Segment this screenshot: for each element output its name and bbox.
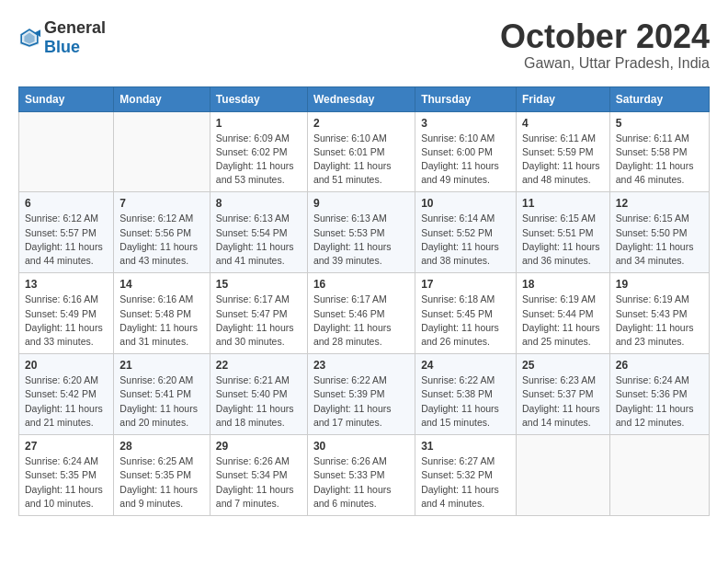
day-info: Sunrise: 6:26 AMSunset: 5:34 PMDaylight:… — [216, 454, 301, 511]
day-info: Sunrise: 6:23 AMSunset: 5:37 PMDaylight:… — [522, 373, 604, 430]
day-number: 25 — [522, 359, 604, 372]
day-info: Sunrise: 6:15 AMSunset: 5:51 PMDaylight:… — [522, 212, 604, 268]
day-info: Sunrise: 6:17 AMSunset: 5:46 PMDaylight:… — [313, 293, 409, 349]
calendar-cell: 16Sunrise: 6:17 AMSunset: 5:46 PMDayligh… — [307, 273, 415, 354]
calendar-cell: 2Sunrise: 6:10 AMSunset: 6:01 PMDaylight… — [307, 111, 415, 192]
calendar-header-row: Sunday Monday Tuesday Wednesday Thursday… — [19, 86, 710, 111]
calendar-subtitle: Gawan, Uttar Pradesh, India — [500, 55, 710, 72]
col-monday: Monday — [114, 86, 210, 111]
calendar-title: October 2024 — [500, 18, 710, 55]
logo-blue: Blue — [44, 38, 80, 56]
day-info: Sunrise: 6:13 AMSunset: 5:54 PMDaylight:… — [216, 212, 301, 268]
calendar-week-row: 1Sunrise: 6:09 AMSunset: 6:02 PMDaylight… — [19, 111, 710, 192]
calendar-cell: 11Sunrise: 6:15 AMSunset: 5:51 PMDayligh… — [516, 192, 609, 273]
day-number: 19 — [616, 278, 703, 291]
calendar-cell: 7Sunrise: 6:12 AMSunset: 5:56 PMDaylight… — [114, 192, 210, 273]
col-thursday: Thursday — [415, 86, 517, 111]
day-number: 13 — [25, 278, 108, 291]
day-info: Sunrise: 6:20 AMSunset: 5:41 PMDaylight:… — [119, 373, 204, 430]
day-number: 18 — [522, 278, 604, 291]
day-info: Sunrise: 6:11 AMSunset: 5:59 PMDaylight:… — [522, 132, 604, 188]
day-info: Sunrise: 6:16 AMSunset: 5:48 PMDaylight:… — [119, 293, 204, 349]
day-info: Sunrise: 6:24 AMSunset: 5:36 PMDaylight:… — [616, 373, 703, 430]
day-info: Sunrise: 6:25 AMSunset: 5:35 PMDaylight:… — [119, 454, 204, 511]
calendar-cell: 29Sunrise: 6:26 AMSunset: 5:34 PMDayligh… — [210, 435, 307, 516]
col-tuesday: Tuesday — [210, 86, 307, 111]
day-number: 7 — [119, 197, 204, 210]
day-number: 5 — [616, 117, 703, 130]
calendar-cell: 31Sunrise: 6:27 AMSunset: 5:32 PMDayligh… — [415, 435, 517, 516]
day-number: 17 — [421, 278, 510, 291]
calendar-week-row: 27Sunrise: 6:24 AMSunset: 5:35 PMDayligh… — [19, 435, 710, 516]
col-friday: Friday — [516, 86, 609, 111]
calendar-cell: 17Sunrise: 6:18 AMSunset: 5:45 PMDayligh… — [415, 273, 517, 354]
calendar-cell: 22Sunrise: 6:21 AMSunset: 5:40 PMDayligh… — [210, 354, 307, 435]
day-number: 9 — [313, 197, 409, 210]
day-info: Sunrise: 6:26 AMSunset: 5:33 PMDaylight:… — [313, 454, 409, 511]
day-number: 30 — [313, 440, 409, 453]
logo-general: General — [44, 18, 106, 37]
logo-icon — [18, 27, 40, 49]
calendar-week-row: 20Sunrise: 6:20 AMSunset: 5:42 PMDayligh… — [19, 354, 710, 435]
day-number: 15 — [216, 278, 301, 291]
calendar-cell — [609, 435, 709, 516]
calendar-week-row: 6Sunrise: 6:12 AMSunset: 5:57 PMDaylight… — [19, 192, 710, 273]
day-info: Sunrise: 6:17 AMSunset: 5:47 PMDaylight:… — [216, 293, 301, 349]
day-info: Sunrise: 6:12 AMSunset: 5:57 PMDaylight:… — [25, 212, 108, 268]
day-number: 29 — [216, 440, 301, 453]
day-number: 8 — [216, 197, 301, 210]
calendar-cell: 13Sunrise: 6:16 AMSunset: 5:49 PMDayligh… — [19, 273, 114, 354]
day-info: Sunrise: 6:10 AMSunset: 6:00 PMDaylight:… — [421, 132, 510, 188]
day-info: Sunrise: 6:10 AMSunset: 6:01 PMDaylight:… — [313, 132, 409, 188]
col-wednesday: Wednesday — [307, 86, 415, 111]
day-number: 22 — [216, 359, 301, 372]
calendar-cell: 30Sunrise: 6:26 AMSunset: 5:33 PMDayligh… — [307, 435, 415, 516]
logo: General Blue — [18, 18, 106, 57]
calendar-cell: 12Sunrise: 6:15 AMSunset: 5:50 PMDayligh… — [609, 192, 709, 273]
day-number: 3 — [421, 117, 510, 130]
calendar-cell: 10Sunrise: 6:14 AMSunset: 5:52 PMDayligh… — [415, 192, 517, 273]
day-number: 16 — [313, 278, 409, 291]
day-number: 23 — [313, 359, 409, 372]
day-number: 1 — [216, 117, 301, 130]
day-info: Sunrise: 6:13 AMSunset: 5:53 PMDaylight:… — [313, 212, 409, 268]
calendar-cell: 14Sunrise: 6:16 AMSunset: 5:48 PMDayligh… — [114, 273, 210, 354]
day-number: 11 — [522, 197, 604, 210]
day-info: Sunrise: 6:24 AMSunset: 5:35 PMDaylight:… — [25, 454, 108, 511]
day-number: 10 — [421, 197, 510, 210]
calendar-cell: 18Sunrise: 6:19 AMSunset: 5:44 PMDayligh… — [516, 273, 609, 354]
day-info: Sunrise: 6:18 AMSunset: 5:45 PMDaylight:… — [421, 293, 510, 349]
calendar-cell: 5Sunrise: 6:11 AMSunset: 5:58 PMDaylight… — [609, 111, 709, 192]
calendar-week-row: 13Sunrise: 6:16 AMSunset: 5:49 PMDayligh… — [19, 273, 710, 354]
day-info: Sunrise: 6:20 AMSunset: 5:42 PMDaylight:… — [25, 373, 108, 430]
calendar-cell: 1Sunrise: 6:09 AMSunset: 6:02 PMDaylight… — [210, 111, 307, 192]
day-info: Sunrise: 6:21 AMSunset: 5:40 PMDaylight:… — [216, 373, 301, 430]
calendar-cell: 3Sunrise: 6:10 AMSunset: 6:00 PMDaylight… — [415, 111, 517, 192]
day-info: Sunrise: 6:27 AMSunset: 5:32 PMDaylight:… — [421, 454, 510, 511]
calendar-table: Sunday Monday Tuesday Wednesday Thursday… — [18, 86, 710, 516]
logo-text: General Blue — [44, 18, 106, 57]
day-info: Sunrise: 6:15 AMSunset: 5:50 PMDaylight:… — [616, 212, 703, 268]
day-number: 12 — [616, 197, 703, 210]
calendar-cell: 4Sunrise: 6:11 AMSunset: 5:59 PMDaylight… — [516, 111, 609, 192]
calendar-cell: 15Sunrise: 6:17 AMSunset: 5:47 PMDayligh… — [210, 273, 307, 354]
day-info: Sunrise: 6:22 AMSunset: 5:38 PMDaylight:… — [421, 373, 510, 430]
day-info: Sunrise: 6:19 AMSunset: 5:44 PMDaylight:… — [522, 293, 604, 349]
col-saturday: Saturday — [609, 86, 709, 111]
calendar-cell: 28Sunrise: 6:25 AMSunset: 5:35 PMDayligh… — [114, 435, 210, 516]
day-number: 21 — [119, 359, 204, 372]
calendar-cell: 23Sunrise: 6:22 AMSunset: 5:39 PMDayligh… — [307, 354, 415, 435]
day-number: 4 — [522, 117, 604, 130]
day-number: 2 — [313, 117, 409, 130]
day-info: Sunrise: 6:14 AMSunset: 5:52 PMDaylight:… — [421, 212, 510, 268]
day-number: 26 — [616, 359, 703, 372]
day-info: Sunrise: 6:16 AMSunset: 5:49 PMDaylight:… — [25, 293, 108, 349]
calendar-cell: 24Sunrise: 6:22 AMSunset: 5:38 PMDayligh… — [415, 354, 517, 435]
page-header: General Blue October 2024 Gawan, Uttar P… — [18, 18, 710, 72]
calendar-cell: 20Sunrise: 6:20 AMSunset: 5:42 PMDayligh… — [19, 354, 114, 435]
calendar-cell: 8Sunrise: 6:13 AMSunset: 5:54 PMDaylight… — [210, 192, 307, 273]
calendar-cell — [114, 111, 210, 192]
day-info: Sunrise: 6:22 AMSunset: 5:39 PMDaylight:… — [313, 373, 409, 430]
calendar-cell: 27Sunrise: 6:24 AMSunset: 5:35 PMDayligh… — [19, 435, 114, 516]
day-info: Sunrise: 6:11 AMSunset: 5:58 PMDaylight:… — [616, 132, 703, 188]
